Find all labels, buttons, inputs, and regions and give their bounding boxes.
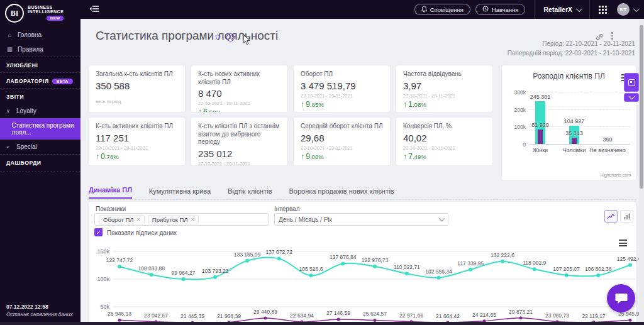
- kpi-title: Загальна к-сть клієнтів ПЛ: [96, 70, 178, 79]
- sidebar-item-5[interactable]: ∨Loyalty: [0, 104, 80, 118]
- sidebar: BI BUSINESS INTELLIGENCE NEW ⌂Головна▦Пр…: [0, 0, 80, 325]
- show-data-labels-checkbox[interactable]: ✓: [94, 228, 103, 236]
- line-data-label: 122 747,72: [106, 257, 133, 263]
- kpi-value: 3,97: [403, 80, 486, 91]
- topbar-divider: [589, 0, 590, 19]
- avatar[interactable]: NT: [617, 3, 630, 16]
- kpi-delta: ↑6.59%: [198, 107, 280, 113]
- line-data-label: 22 119,17: [582, 313, 605, 319]
- line-data-label: 118 002,9: [523, 260, 546, 266]
- sidebar-section-label: ДАШБОРДИ: [6, 160, 42, 166]
- kpi-period: 22-10-2021 - 20-11-2021: [301, 93, 383, 99]
- tab-0[interactable]: Динаміка ПЛ: [89, 186, 132, 199]
- bar-category-label: Не визначено: [586, 147, 630, 153]
- training-button[interactable]: Навчання: [475, 4, 526, 15]
- bar-К-сть активних клієнтів ПЛ[interactable]: [572, 138, 577, 144]
- line-data-label: 21 968,39: [217, 313, 241, 319]
- interval-select[interactable]: День / Місяць / Рік: [274, 213, 448, 226]
- data-refresh-info: 07.12.2022 12:58 Останнє оновлення даних: [6, 303, 73, 319]
- kpi-period: весь період: [96, 99, 178, 104]
- sidebar-item-6[interactable]: Статистика програми лоял...: [0, 118, 80, 140]
- line-data-label: 106 526,6: [299, 266, 323, 272]
- bar-К-сть активних клієнтів ПЛ[interactable]: [538, 129, 543, 144]
- training-label: Навчання: [492, 6, 519, 13]
- line-ytick: 150k: [87, 248, 109, 255]
- metric-chip-0[interactable]: Оборот ПЛ×: [99, 215, 145, 224]
- panel-toggle-button[interactable]: [624, 73, 639, 92]
- line-chart-icon: [607, 213, 615, 220]
- kpi-title: Частота відвідувань: [403, 70, 486, 79]
- learning-icon: [482, 6, 489, 13]
- kpi-period: 22-10-2021 - 20-11-2021: [403, 145, 486, 151]
- sidebar-item-0[interactable]: ⌂Головна: [0, 28, 80, 42]
- line-data-label: 25 946,13: [108, 311, 131, 317]
- tab-3[interactable]: Воронка продажів нових клієнтів: [289, 187, 394, 199]
- line-data-label: 102 556,34: [425, 268, 452, 275]
- panel-collapse-button[interactable]: [624, 93, 639, 102]
- up-arrow-icon: ↑: [96, 152, 99, 161]
- kpi-card-4: К-сть активних клієнтів ПЛ117 25122-10-2…: [88, 117, 186, 166]
- interval-label: Інтервал: [274, 206, 300, 212]
- favorite-star-icon[interactable]: ☆: [214, 31, 222, 41]
- home-icon: ⌂: [6, 31, 13, 38]
- kpi-value: 117 251: [96, 133, 178, 143]
- line-data-label: 132 222,6: [491, 252, 514, 258]
- kpi-period: 22-10-2021 - 20-11-2021: [198, 161, 280, 167]
- tenant-name: RetailerX: [543, 6, 572, 13]
- line-chart-toggle-button[interactable]: [604, 210, 618, 223]
- bar-chart-toggle-button[interactable]: [620, 210, 633, 223]
- up-arrow-icon: ↑: [403, 100, 407, 109]
- line-data-label: 29 440,89: [253, 309, 277, 315]
- sidebar-section-label: ЗВІТИ: [6, 94, 24, 100]
- kpi-value: 3 479 519,79: [301, 80, 383, 91]
- line-data-label: 22 634,94: [290, 312, 314, 319]
- tab-2[interactable]: Відтік клієнтів: [228, 187, 272, 199]
- up-arrow-icon: ↑: [301, 152, 304, 161]
- more-options-icon[interactable]: [611, 32, 613, 40]
- metric-chip-1[interactable]: Прибуток ПЛ×: [148, 215, 199, 224]
- kpi-card-5: К-сть клієнтів ПЛ з останнім візитом до …: [191, 117, 288, 166]
- tenant-selector[interactable]: RetailerX: [543, 6, 580, 13]
- remove-chip-icon[interactable]: ×: [191, 216, 194, 223]
- metrics-input[interactable]: Оборот ПЛ×Прибуток ПЛ×: [94, 213, 269, 226]
- kpi-delta: ↑9.85%: [301, 100, 383, 109]
- kpi-delta: ↑1.08%: [403, 100, 486, 109]
- info-icon[interactable]: i: [226, 33, 235, 41]
- kpi-card-2: Оборот ПЛ3 479 519,7922-10-2021 - 20-11-…: [293, 65, 391, 113]
- kpi-delta: ↑9.00%: [301, 152, 383, 161]
- sidebar-item-label: Статистика програми лоял...: [12, 122, 75, 136]
- kpi-period: 22-10-2021 - 20-11-2021: [96, 145, 178, 151]
- bar-chart-icon: [623, 213, 631, 220]
- tab-1[interactable]: Кумулятивна крива: [149, 187, 211, 199]
- sidebar-section-label: ЛАБОРАТОРІЯ: [6, 78, 49, 84]
- sidebar-section-3: ЛАБОРАТОРІЯBETA: [0, 72, 80, 88]
- dynamics-line-chart: 122 747,72108 033,8899 964,27103 793,231…: [113, 246, 636, 325]
- sidebar-collapse-icon[interactable]: [89, 4, 99, 15]
- app-logo[interactable]: BI BUSINESS INTELLIGENCE NEW: [0, 0, 80, 25]
- line-data-label: 106 802,38: [585, 266, 612, 272]
- kpi-period: 22-10-2021 - 20-11-2021: [198, 101, 280, 106]
- scrollbar-thumb[interactable]: [640, 25, 643, 189]
- metric-chip-label: Оборот ПЛ: [103, 216, 134, 223]
- metrics-label: Показники: [96, 206, 126, 212]
- metric-chip-label: Прибуток ПЛ: [152, 216, 188, 223]
- bell-icon: [421, 6, 427, 14]
- sidebar-item-1[interactable]: ▦Правила: [0, 42, 80, 57]
- tabs-divider: [88, 199, 636, 200]
- chat-button[interactable]: [607, 284, 635, 312]
- kpi-title: К-сть активних клієнтів ПЛ: [96, 123, 178, 131]
- tabs: Динаміка ПЛКумулятивна криваВідтік клієн…: [89, 186, 394, 199]
- kpi-delta: ↑0.78%: [96, 152, 178, 161]
- bar-chart-title: Розподіл клієнтів ПЛ: [502, 72, 636, 80]
- line-chart-menu-icon[interactable]: [619, 240, 627, 246]
- remove-chip-icon[interactable]: ×: [137, 216, 140, 223]
- apps-grid-icon[interactable]: [599, 6, 607, 14]
- notifications-button[interactable]: Сповіщення: [414, 4, 470, 15]
- chevron-down-icon[interactable]: [633, 6, 640, 12]
- sidebar-item-7[interactable]: >Special: [0, 140, 80, 154]
- sidebar-item-label: Головна: [18, 31, 42, 38]
- line-data-label: 110 022,71: [394, 264, 420, 270]
- line-data-label: 25 624,57: [363, 311, 387, 317]
- kpi-title: Конверсія ПЛ, %: [403, 123, 486, 131]
- kpi-title: К-сть нових активних клієнтів ПЛ: [198, 70, 280, 86]
